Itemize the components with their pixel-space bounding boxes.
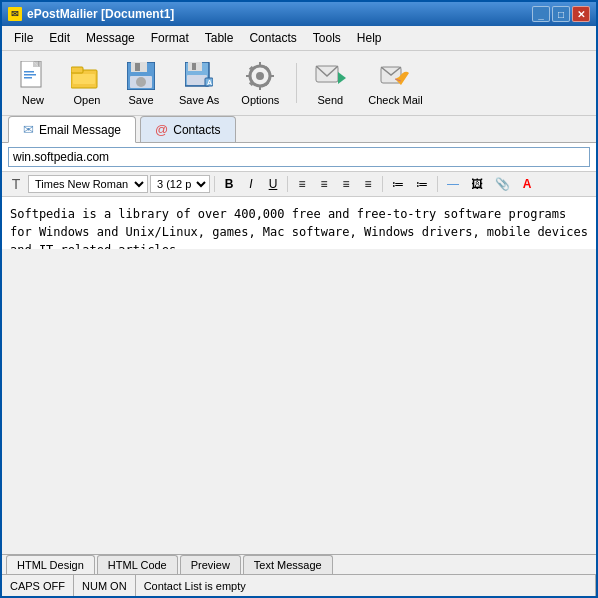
save-button[interactable]: Save: [116, 55, 166, 111]
tab-email-label: Email Message: [39, 123, 121, 137]
new-button[interactable]: New: [8, 55, 58, 111]
svg-rect-21: [259, 62, 261, 67]
svg-rect-23: [246, 75, 251, 77]
options-button[interactable]: Options: [232, 55, 288, 111]
status-caps: CAPS OFF: [2, 575, 74, 596]
new-label: New: [22, 94, 44, 106]
close-button[interactable]: ✕: [572, 6, 590, 22]
svg-point-20: [256, 72, 264, 80]
bold-button[interactable]: B: [219, 175, 239, 193]
title-bar-left: ✉ ePostMailier [Document1]: [8, 7, 174, 21]
open-icon: [71, 60, 103, 92]
font-color-button[interactable]: A: [517, 175, 537, 193]
menu-message[interactable]: Message: [78, 28, 143, 48]
title-bar: ✉ ePostMailier [Document1] _ □ ✕: [2, 2, 596, 26]
align-center-button[interactable]: ≡: [314, 175, 334, 193]
maximize-button[interactable]: □: [552, 6, 570, 22]
svg-rect-15: [192, 63, 196, 70]
menu-format[interactable]: Format: [143, 28, 197, 48]
bottom-tabs: HTML Design HTML Code Preview Text Messa…: [2, 554, 596, 574]
address-bar: [2, 143, 596, 172]
check-mail-button[interactable]: Check Mail: [359, 55, 431, 111]
save-as-button[interactable]: A Save As: [170, 55, 228, 111]
status-bar: CAPS OFF NUM ON Contact List is empty: [2, 574, 596, 596]
menu-tools[interactable]: Tools: [305, 28, 349, 48]
send-label: Send: [317, 94, 343, 106]
toolbar-separator: [296, 63, 297, 103]
svg-rect-3: [24, 74, 36, 76]
svg-point-12: [136, 77, 146, 87]
format-toolbar: T Times New Roman Arial Courier 3 (12 p …: [2, 172, 596, 197]
open-button[interactable]: Open: [62, 55, 112, 111]
svg-rect-7: [73, 74, 95, 84]
svg-rect-6: [71, 67, 83, 73]
send-button[interactable]: Send: [305, 55, 355, 111]
svg-rect-10: [135, 63, 140, 71]
format-sep-3: [382, 176, 383, 192]
options-icon: [244, 60, 276, 92]
send-icon: [314, 60, 346, 92]
window-title: ePostMailier [Document1]: [27, 7, 174, 21]
align-justify-button[interactable]: ≡: [358, 175, 378, 193]
check-mail-label: Check Mail: [368, 94, 422, 106]
underline-button[interactable]: U: [263, 175, 283, 193]
format-sep-1: [214, 176, 215, 192]
toolbar: New Open: [2, 51, 596, 116]
bottom-tab-html-code[interactable]: HTML Code: [97, 555, 178, 574]
address-input[interactable]: [8, 147, 590, 167]
format-sep-2: [287, 176, 288, 192]
menu-contacts[interactable]: Contacts: [241, 28, 304, 48]
svg-text:A: A: [207, 79, 212, 86]
options-label: Options: [241, 94, 279, 106]
save-icon: [125, 60, 157, 92]
svg-rect-24: [269, 75, 274, 77]
email-tab-icon: ✉: [23, 122, 34, 137]
svg-marker-30: [338, 72, 346, 84]
align-right-button[interactable]: ≡: [336, 175, 356, 193]
minimize-button[interactable]: _: [532, 6, 550, 22]
tab-contacts[interactable]: @ Contacts: [140, 116, 236, 142]
tab-contacts-label: Contacts: [173, 123, 220, 137]
editor-area[interactable]: Softpedia is a library of over 400,000 f…: [2, 197, 596, 249]
bottom-tab-preview[interactable]: Preview: [180, 555, 241, 574]
main-window: ✉ ePostMailier [Document1] _ □ ✕ File Ed…: [0, 0, 598, 598]
menu-edit[interactable]: Edit: [41, 28, 78, 48]
list-unordered-button[interactable]: ≔: [387, 175, 409, 193]
list-ordered-button[interactable]: ≔: [411, 175, 433, 193]
svg-rect-4: [24, 77, 32, 79]
menu-help[interactable]: Help: [349, 28, 390, 48]
status-contact: Contact List is empty: [136, 575, 596, 596]
svg-rect-2: [24, 71, 34, 73]
check-mail-icon: [379, 60, 411, 92]
image-button[interactable]: 🖼: [466, 175, 488, 193]
save-as-icon: A: [183, 60, 215, 92]
italic-button[interactable]: I: [241, 175, 261, 193]
format-sep-4: [437, 176, 438, 192]
menu-file[interactable]: File: [6, 28, 41, 48]
svg-rect-22: [259, 85, 261, 90]
app-icon: ✉: [8, 7, 22, 21]
align-left-button[interactable]: ≡: [292, 175, 312, 193]
window-controls: _ □ ✕: [532, 6, 590, 22]
tab-email[interactable]: ✉ Email Message: [8, 116, 136, 143]
save-as-label: Save As: [179, 94, 219, 106]
font-type-icon: T: [6, 174, 26, 194]
bottom-tab-html-design[interactable]: HTML Design: [6, 555, 95, 575]
menu-table[interactable]: Table: [197, 28, 242, 48]
open-label: Open: [74, 94, 101, 106]
contacts-tab-icon: @: [155, 122, 168, 137]
svg-rect-16: [187, 75, 207, 85]
menu-bar: File Edit Message Format Table Contacts …: [2, 26, 596, 51]
font-family-select[interactable]: Times New Roman Arial Courier: [28, 175, 148, 193]
status-num: NUM ON: [74, 575, 136, 596]
save-label: Save: [128, 94, 153, 106]
font-size-select[interactable]: 3 (12 p 1 (8pt) 2 (10pt) 4 (14pt): [150, 175, 210, 193]
main-tabs: ✉ Email Message @ Contacts: [2, 116, 596, 143]
attach-button[interactable]: 📎: [490, 175, 515, 193]
link-button[interactable]: —: [442, 175, 464, 193]
new-icon: [17, 60, 49, 92]
bottom-tab-text-message[interactable]: Text Message: [243, 555, 333, 574]
editor-wrapper: Softpedia is a library of over 400,000 f…: [2, 197, 596, 554]
